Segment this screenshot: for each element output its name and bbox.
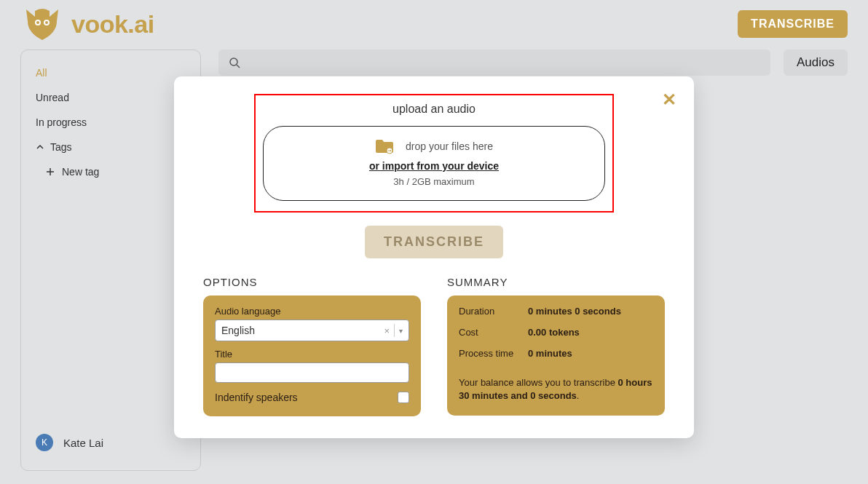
transcribe-button[interactable]: TRANSCRIBE bbox=[365, 226, 503, 258]
language-select[interactable]: English × ▾ bbox=[215, 320, 409, 341]
upload-highlight: upload an audio drop your files here or … bbox=[254, 94, 614, 213]
modal-backdrop: ✕ upload an audio drop your files here o… bbox=[0, 0, 868, 484]
import-link[interactable]: or import from your device bbox=[278, 160, 590, 172]
title-label: Title bbox=[215, 349, 409, 360]
balance-text: Your balance allows you to transcribe 0 … bbox=[459, 376, 653, 402]
upload-modal: ✕ upload an audio drop your files here o… bbox=[174, 76, 694, 438]
folder-icon bbox=[375, 138, 394, 154]
title-input[interactable] bbox=[215, 362, 409, 383]
speakers-checkbox[interactable] bbox=[398, 392, 409, 403]
process-value: 0 minutes bbox=[528, 348, 572, 359]
speakers-label: Indentify speakers bbox=[215, 392, 298, 403]
process-label: Process time bbox=[459, 348, 528, 359]
options-panel: OPTIONS Audio language English × ▾ Title… bbox=[203, 276, 421, 416]
summary-panel: SUMMARY Duration 0 minutes 0 seconds Cos… bbox=[447, 276, 665, 416]
chevron-down-icon: ▾ bbox=[399, 327, 403, 335]
close-icon[interactable]: ✕ bbox=[662, 90, 676, 110]
summary-heading: SUMMARY bbox=[447, 276, 665, 288]
duration-value: 0 minutes 0 seconds bbox=[528, 306, 621, 317]
drop-text: drop your files here bbox=[406, 140, 493, 152]
dropzone[interactable]: drop your files here or import from your… bbox=[263, 126, 605, 201]
language-value: English bbox=[221, 325, 384, 336]
options-heading: OPTIONS bbox=[203, 276, 421, 288]
language-label: Audio language bbox=[215, 306, 409, 317]
max-text: 3h / 2GB maximum bbox=[278, 176, 590, 187]
cost-label: Cost bbox=[459, 327, 528, 338]
clear-icon[interactable]: × bbox=[384, 325, 390, 336]
upload-title: upload an audio bbox=[263, 103, 605, 116]
duration-label: Duration bbox=[459, 306, 528, 317]
cost-value: 0.00 tokens bbox=[528, 327, 580, 338]
